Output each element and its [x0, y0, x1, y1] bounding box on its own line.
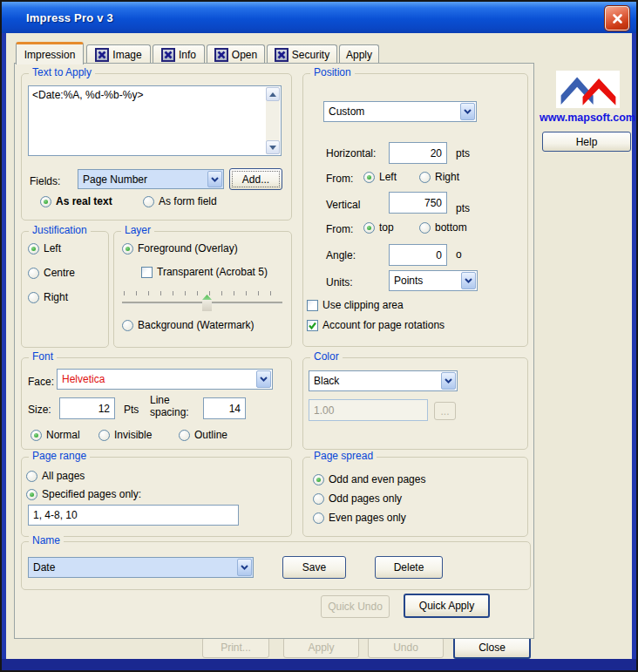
- mapsoft-logo-icon: [560, 72, 617, 107]
- odd-even-pages-radio[interactable]: Odd and even pages: [313, 473, 425, 485]
- foreground-label: Foreground (Overlay): [138, 242, 238, 255]
- chevron-down-icon[interactable]: [237, 559, 252, 576]
- font-normal-radio[interactable]: Normal: [31, 429, 80, 441]
- radio-icon: [363, 222, 375, 234]
- close-button[interactable]: Close: [453, 635, 531, 659]
- add-field-button[interactable]: Add...: [229, 168, 282, 190]
- position-preset-dropdown[interactable]: Custom: [323, 101, 477, 122]
- font-invisible-label: Invisible: [114, 429, 152, 441]
- radio-icon: [179, 430, 190, 441]
- units-dropdown[interactable]: Points: [389, 270, 478, 291]
- vertical-input[interactable]: [389, 192, 447, 214]
- angle-input[interactable]: [389, 244, 447, 266]
- from-vertical-label: From:: [326, 223, 353, 235]
- horizontal-unit-label: pts: [456, 147, 470, 160]
- text-to-apply-input[interactable]: <Date:%A, %d-%b-%y>: [28, 85, 282, 156]
- chevron-down-icon[interactable]: [207, 171, 222, 187]
- use-clipping-checkbox[interactable]: Use clipping area: [307, 299, 404, 311]
- save-button[interactable]: Save: [282, 556, 346, 579]
- from-left-radio[interactable]: Left: [363, 171, 397, 183]
- mapsoft-url-link[interactable]: www.mapsoft.com: [535, 112, 638, 124]
- name-dropdown[interactable]: Date: [28, 557, 254, 578]
- close-icon: [612, 13, 623, 24]
- fields-dropdown[interactable]: Page Number: [78, 169, 224, 189]
- from-right-label: Right: [435, 171, 459, 183]
- tab-label: Image: [112, 49, 141, 61]
- mapsoft-logo: [556, 71, 620, 108]
- foreground-radio[interactable]: Foreground (Overlay): [122, 242, 238, 255]
- fields-label: Fields:: [30, 175, 60, 187]
- title-bar[interactable]: Impress Pro v 3: [2, 2, 636, 33]
- font-normal-label: Normal: [46, 429, 80, 441]
- as-real-text-radio[interactable]: As real text: [40, 195, 112, 207]
- horizontal-input[interactable]: [389, 142, 447, 164]
- even-pages-label: Even pages only: [329, 512, 406, 524]
- text-to-apply-value: <Date:%A, %d-%b-%y>: [32, 89, 263, 101]
- justify-left-radio[interactable]: Left: [28, 242, 61, 255]
- print-button-label: Print...: [221, 641, 251, 654]
- textarea-scrollbar[interactable]: [266, 87, 280, 154]
- units-dropdown-value: Points: [394, 275, 423, 287]
- help-button[interactable]: Help: [542, 132, 631, 152]
- tab-info[interactable]: Info: [153, 44, 205, 64]
- horizontal-label: Horizontal:: [326, 147, 376, 160]
- justify-right-radio[interactable]: Right: [28, 291, 68, 303]
- transparency-slider[interactable]: [122, 291, 282, 312]
- close-button-label: Close: [478, 641, 506, 654]
- font-outline-radio[interactable]: Outline: [179, 429, 227, 441]
- delete-button[interactable]: Delete: [375, 556, 443, 579]
- from-top-radio[interactable]: top: [363, 221, 394, 234]
- group-caption: Page spread: [310, 450, 377, 462]
- checkbox-checked-icon: [307, 320, 318, 331]
- line-spacing-input[interactable]: [203, 397, 246, 419]
- justify-centre-label: Centre: [44, 267, 75, 279]
- window-bottom-edge: [2, 659, 636, 670]
- all-pages-radio[interactable]: All pages: [26, 470, 85, 482]
- font-face-dropdown[interactable]: Helvetica: [57, 369, 273, 390]
- background-radio[interactable]: Background (Watermark): [122, 319, 255, 331]
- justify-right-label: Right: [44, 291, 68, 303]
- slider-thumb[interactable]: [202, 295, 212, 311]
- justify-centre-radio[interactable]: Centre: [28, 267, 75, 279]
- font-invisible-radio[interactable]: Invisible: [98, 429, 152, 441]
- chevron-down-icon[interactable]: [256, 370, 271, 388]
- save-button-label: Save: [302, 561, 326, 574]
- use-clipping-label: Use clipping area: [322, 299, 404, 311]
- specified-pages-radio[interactable]: Specified pages only:: [26, 488, 141, 500]
- tab-open[interactable]: Open: [207, 44, 265, 64]
- tab-label: Info: [179, 49, 196, 61]
- font-face-value: Helvetica: [62, 373, 105, 385]
- close-window-button[interactable]: [605, 6, 629, 31]
- radio-icon: [28, 292, 39, 303]
- from-right-radio[interactable]: Right: [419, 171, 459, 183]
- chevron-down-icon[interactable]: [460, 103, 475, 120]
- all-pages-label: All pages: [42, 470, 85, 482]
- tab-apply[interactable]: Apply: [339, 44, 379, 64]
- pages-input[interactable]: [28, 505, 239, 526]
- tab-image[interactable]: Image: [86, 44, 151, 64]
- chevron-down-icon[interactable]: [441, 372, 456, 390]
- from-bottom-radio[interactable]: bottom: [419, 221, 467, 234]
- help-button-label: Help: [576, 136, 598, 148]
- apply-button-label: Apply: [308, 641, 334, 654]
- impress-pro-dialog: Impress Pro v 3 Impression Image Info Op…: [0, 0, 638, 672]
- odd-pages-radio[interactable]: Odd pages only: [313, 492, 402, 505]
- font-size-input[interactable]: [59, 397, 115, 419]
- radio-icon: [40, 196, 51, 207]
- tab-impression[interactable]: Impression: [16, 42, 84, 64]
- scroll-up-button[interactable]: [266, 87, 280, 101]
- chevron-down-icon[interactable]: [461, 272, 476, 289]
- even-pages-radio[interactable]: Even pages only: [313, 512, 406, 524]
- transparent-checkbox[interactable]: Transparent (Acrobat 5): [141, 266, 268, 278]
- odd-pages-label: Odd pages only: [329, 492, 402, 505]
- account-rotations-checkbox[interactable]: Account for page rotations: [307, 319, 445, 331]
- scroll-down-button[interactable]: [266, 140, 280, 154]
- checkbox-icon: [307, 300, 318, 311]
- size-unit-label: Pts: [124, 404, 139, 416]
- tab-security[interactable]: Security: [267, 44, 337, 64]
- color-dropdown[interactable]: Black: [309, 370, 458, 391]
- from-horizontal-label: From:: [326, 173, 353, 185]
- as-form-field-radio[interactable]: As form field: [143, 195, 217, 207]
- quick-apply-button[interactable]: Quick Apply: [404, 594, 490, 618]
- tab-label: Security: [292, 49, 329, 61]
